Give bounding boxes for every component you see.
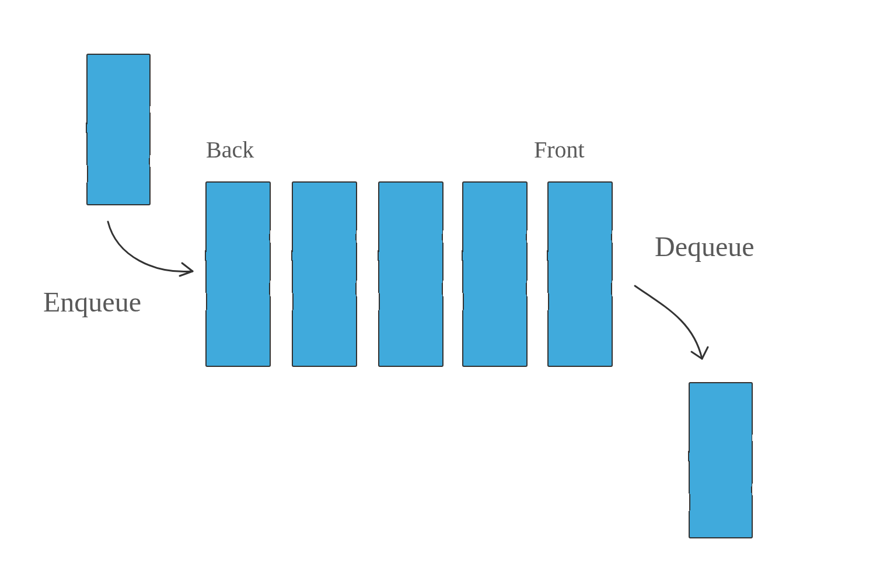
queue-block-0 bbox=[205, 181, 271, 367]
queue-block-2 bbox=[378, 181, 443, 367]
back-label: Back bbox=[206, 136, 254, 163]
front-label: Front bbox=[534, 136, 585, 163]
enqueue-arrow-icon bbox=[102, 216, 213, 286]
outgoing-element-block bbox=[689, 382, 753, 538]
queue-block-4 bbox=[547, 181, 613, 367]
enqueue-label: Enqueue bbox=[43, 286, 141, 318]
dequeue-label: Dequeue bbox=[655, 230, 755, 262]
queue-block-1 bbox=[292, 181, 357, 367]
dequeue-arrow-icon bbox=[629, 280, 728, 373]
queue-block-3 bbox=[462, 181, 528, 367]
incoming-element-block bbox=[86, 54, 151, 205]
